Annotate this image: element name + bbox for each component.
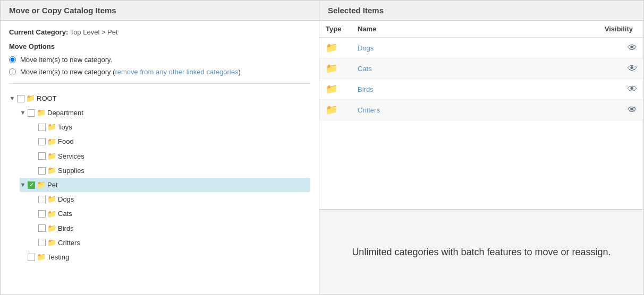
node-label-root: ROOT — [37, 92, 57, 105]
promo-section: Unlimited categories with batch features… — [319, 210, 643, 294]
item-name-birds[interactable]: Birds — [358, 85, 374, 93]
checkbox-pet[interactable] — [28, 181, 35, 189]
checkbox-testing[interactable] — [28, 254, 35, 261]
category-tree: ▼ 📁 ROOT ▼ 📁 Department — [9, 91, 310, 264]
item-name-dogs[interactable]: Dogs — [358, 44, 374, 52]
table-row: 📁 Critters 👁 — [319, 100, 643, 120]
move-option-1[interactable]: Move item(s) to new category. — [9, 56, 310, 64]
move-option-2-radio[interactable] — [9, 68, 16, 75]
tree-node-root[interactable]: ▼ 📁 ROOT — [9, 91, 310, 106]
eye-icon-birds[interactable]: 👁 — [485, 84, 637, 95]
tree-node-critters[interactable]: 📁 Critters — [30, 236, 310, 250]
folder-icon-row-critters: 📁 — [326, 105, 337, 115]
name-cell-birds[interactable]: Birds — [351, 79, 479, 100]
checkbox-birds[interactable] — [38, 224, 46, 232]
tree-node-pet[interactable]: ▼ 📁 Pet — [20, 178, 310, 192]
folder-icon-pet: 📁 — [37, 178, 46, 192]
tree-node-cats[interactable]: 📁 Cats — [30, 207, 310, 221]
selected-items-table: Type Name Visibility 📁 Dogs 👁 📁 Cats 👁 — [319, 21, 643, 120]
table-header-row: Type Name Visibility — [319, 21, 643, 38]
checkbox-food[interactable] — [38, 138, 46, 145]
selected-items-section: Selected Items Type Name Visibility 📁 Do… — [319, 1, 643, 210]
folder-icon-row-birds: 📁 — [326, 84, 337, 94]
tree-node-testing[interactable]: 📁 Testing — [20, 250, 310, 264]
expand-icon-pet[interactable]: ▼ — [20, 180, 26, 190]
visibility-cell-critters[interactable]: 👁 — [479, 100, 643, 120]
folder-icon-critters: 📁 — [47, 236, 56, 249]
node-label-birds: Birds — [58, 222, 74, 235]
tree-node-birds[interactable]: 📁 Birds — [30, 221, 310, 236]
right-panel: Selected Items Type Name Visibility 📁 Do… — [319, 1, 643, 294]
expand-icon-department[interactable]: ▼ — [20, 108, 26, 118]
pet-children: 📁 Dogs 📁 Cats 📁 — [20, 192, 310, 250]
left-panel-content: Current Category: Top Level > Pet Move O… — [1, 21, 319, 294]
node-label-services: Services — [58, 150, 84, 162]
folder-icon-food: 📁 — [47, 135, 56, 149]
tree-node-supplies[interactable]: 📁 Supplies — [30, 163, 310, 178]
checkbox-services[interactable] — [38, 152, 46, 160]
folder-icon-toys: 📁 — [47, 120, 56, 134]
node-label-department: Department — [47, 107, 83, 119]
table-row: 📁 Birds 👁 — [319, 79, 643, 100]
root-children: ▼ 📁 Department 📁 Toys — [9, 106, 310, 264]
tree-node-department[interactable]: ▼ 📁 Department — [20, 106, 310, 120]
checkbox-critters[interactable] — [38, 239, 46, 246]
left-panel: Move or Copy Catalog Items Current Categ… — [1, 1, 319, 294]
current-category-label: Current Category: — [9, 28, 68, 36]
visibility-cell-dogs[interactable]: 👁 — [479, 38, 643, 58]
checkbox-dogs[interactable] — [38, 196, 46, 203]
tree-node-services[interactable]: 📁 Services — [30, 149, 310, 163]
checkbox-supplies[interactable] — [38, 167, 46, 175]
node-label-critters: Critters — [58, 237, 80, 249]
folder-icon-dogs: 📁 — [47, 193, 56, 206]
eye-icon-cats[interactable]: 👁 — [485, 63, 637, 74]
checkbox-department[interactable] — [28, 109, 35, 117]
folder-icon-cats: 📁 — [47, 207, 56, 221]
folder-icon-supplies: 📁 — [47, 164, 56, 177]
left-panel-title: Move or Copy Catalog Items — [1, 1, 319, 21]
eye-icon-critters[interactable]: 👁 — [485, 105, 637, 116]
move-option-2-link[interactable]: remove from any other linked categories — [115, 68, 238, 76]
divider — [9, 83, 310, 84]
name-cell-cats[interactable]: Cats — [351, 58, 479, 79]
eye-icon-dogs[interactable]: 👁 — [485, 42, 637, 54]
type-cell-critters: 📁 — [319, 100, 351, 120]
folder-icon-testing: 📁 — [37, 250, 46, 264]
node-label-food: Food — [58, 135, 74, 148]
checkbox-cats[interactable] — [38, 210, 46, 218]
current-category-path: Top Level > Pet — [70, 28, 118, 36]
move-option-2[interactable]: Move item(s) to new category (remove fro… — [9, 68, 310, 76]
checkbox-root[interactable] — [17, 95, 24, 102]
node-label-supplies: Supplies — [58, 164, 84, 177]
tree-node-food[interactable]: 📁 Food — [30, 135, 310, 149]
name-cell-dogs[interactable]: Dogs — [351, 38, 479, 58]
move-option-1-radio[interactable] — [9, 56, 16, 63]
table-row: 📁 Dogs 👁 — [319, 38, 643, 58]
visibility-cell-birds[interactable]: 👁 — [479, 79, 643, 100]
tree-node-dogs[interactable]: 📁 Dogs — [30, 192, 310, 206]
move-option-1-label: Move item(s) to new category. — [20, 56, 112, 64]
folder-icon-row-dogs: 📁 — [326, 42, 337, 53]
name-cell-critters[interactable]: Critters — [351, 100, 479, 120]
type-column-header: Type — [319, 21, 351, 38]
department-children: 📁 Toys 📁 Food 📁 — [20, 120, 310, 178]
name-column-header: Name — [351, 21, 479, 38]
node-label-dogs: Dogs — [58, 193, 74, 205]
item-name-critters[interactable]: Critters — [358, 106, 380, 114]
type-cell-cats: 📁 — [319, 58, 351, 79]
visibility-cell-cats[interactable]: 👁 — [479, 58, 643, 79]
type-cell-dogs: 📁 — [319, 38, 351, 58]
tree-node-toys[interactable]: 📁 Toys — [30, 120, 310, 134]
node-label-cats: Cats — [58, 207, 72, 220]
folder-icon-department: 📁 — [37, 106, 46, 119]
expand-icon-root[interactable]: ▼ — [9, 93, 15, 104]
visibility-column-header: Visibility — [479, 21, 643, 38]
folder-icon-root: 📁 — [26, 92, 35, 105]
folder-icon-row-cats: 📁 — [326, 63, 337, 74]
node-label-testing: Testing — [47, 251, 69, 263]
selected-items-title: Selected Items — [319, 1, 643, 21]
folder-icon-services: 📁 — [47, 150, 56, 163]
node-label-pet: Pet — [47, 179, 58, 191]
item-name-cats[interactable]: Cats — [358, 65, 372, 73]
checkbox-toys[interactable] — [38, 124, 46, 131]
